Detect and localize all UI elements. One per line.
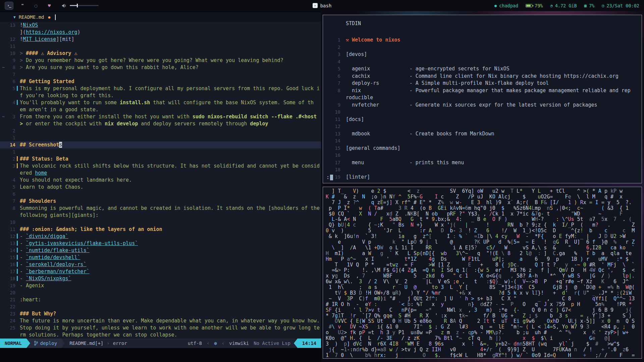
cpu-icon: ▦: [584, 3, 587, 8]
text-segment: [general commands]: [346, 145, 400, 151]
tab-filename[interactable]: README.md: [19, 14, 44, 20]
text-segment: f you're looking to graft this.: [20, 93, 114, 99]
memory-icon: ◔: [550, 3, 552, 8]
editor-line[interactable]: 4You'll probably want to run some instal…: [0, 99, 321, 106]
editor-line-text: ## Getting Started: [20, 78, 74, 84]
text-segment: `NixOS/nixpkgs`: [26, 276, 71, 282]
editor-line[interactable]: 5This is my personal deployment hub. I c…: [0, 85, 321, 92]
text-segment: #### ⚠ Advisory ⚠: [26, 50, 77, 56]
editor-line[interactable]: 11### :onion: &mdash; like the layers of…: [0, 226, 321, 233]
noise-row: 0 v ) 5 'Jr L :r A D b- 3 ! Z 6 !/ W 1_)…: [326, 228, 639, 234]
noise-row: 1 h\ ; a s r U @ to 3 L Y [ 8S *]3<4]K C…: [326, 285, 639, 290]
text-segment: ][mit]: [56, 36, 74, 42]
pager-content: 1⚒ Welcome to nixos23[devos]45 agenix - …: [326, 37, 640, 181]
git-branch-name: deploy: [40, 341, 57, 346]
editor-line[interactable]: 6## Getting Started: [0, 78, 321, 85]
noise-row: x yg Ds , 7 WBF 5 _zkd 6 " c 1 X o<G{q ,…: [326, 273, 639, 279]
editor-line[interactable]: 13!NixOS: [0, 22, 321, 29]
editor-line[interactable]: 14- `numtide/flake-utils`: [0, 247, 321, 254]
editor-line[interactable]: rm solutions. Perhaps together we can st…: [0, 331, 321, 339]
text-segment: You should not expect landmarks here.: [20, 177, 132, 183]
editor-line[interactable]: ~3From there you can either install the …: [0, 113, 321, 120]
noise-row: \ ] /A \1 +DW o L 1i I RR i A E]5? c5/ W…: [326, 245, 639, 251]
chevron-left-icon: ‹: [222, 341, 224, 346]
noise-row: 6w x&_w\. 3 / 2 V\ V_ 2 |L V eS ;e , t :…: [326, 279, 639, 285]
editor-line[interactable]: 12- `divnix/digga`: [0, 233, 321, 240]
editor-lines[interactable]: 13!NixOS](https://nixos.org)12!MIT Licen…: [0, 22, 321, 339]
editor-line[interactable]: 6: [0, 191, 321, 198]
text-segment: ### But Why?: [20, 311, 56, 317]
speaker-icon: [62, 3, 67, 8]
workspace-heart[interactable]: ♥: [45, 2, 54, 10]
editor-line-text: > or enter the cockpit with nix develop …: [20, 121, 268, 127]
volume-control[interactable]: [62, 3, 99, 8]
text-segment: nvfetcher - Generate nix sources expr fo…: [346, 102, 597, 108]
editor-line-text: - `numtide/flake-utils`: [20, 247, 90, 253]
volume-slider[interactable]: [70, 5, 99, 6]
editor-line[interactable]: 3The volcanic rock still shifts below th…: [0, 163, 321, 170]
text-segment: -: [20, 276, 26, 282]
workspace-circle[interactable]: ◯: [32, 2, 40, 10]
volume-handle[interactable]: [77, 4, 78, 7]
editor-line[interactable]: > or enter the cockpit with nix develop …: [0, 120, 321, 127]
pager-line: 11[docs]: [326, 116, 640, 123]
editor-line[interactable]: 4You should not expect landmarks here.: [0, 177, 321, 184]
editor-line[interactable]: 2### Status: Beta: [0, 156, 321, 163]
editor-line[interactable]: ~8> Are you sure you want to go down thi…: [0, 64, 321, 71]
editor-line[interactable]: 1: [0, 148, 321, 156]
editor-line-text: From there you can either install the ho…: [20, 114, 317, 120]
editor-line[interactable]: ered home: [0, 170, 321, 177]
workspace-chat[interactable]: ❝: [18, 2, 27, 10]
editor-line[interactable]: 5Learn to adopt Chaos.: [0, 184, 321, 191]
statusline-right: utf-8 ‹ ❆ ‹ vimwiki No Active Lsp: [188, 341, 294, 346]
editor-line[interactable]: 14## Screenshots: [0, 141, 321, 148]
pager-line: 2: [326, 44, 640, 51]
text-segment: NixOS: [23, 22, 38, 28]
text-segment: [linter]: [346, 174, 370, 180]
editor-line[interactable]: 12!MIT License][mit]: [0, 36, 321, 43]
volume-fill: [70, 5, 77, 6]
editor-line[interactable]: 9> Do you remember how you got here? Whe…: [0, 57, 321, 64]
editor-line-text: :heart:: [20, 297, 41, 303]
editor-line[interactable]: em aren't in a good state.: [0, 106, 321, 113]
text-segment: https://nixos.org: [26, 29, 77, 35]
editor-line[interactable]: 15- `numtide/devshell`: [0, 254, 321, 261]
editor-line[interactable]: 18- `NixOS/nixpkgs`: [0, 275, 321, 282]
editor-line[interactable]: 24The future is more uncertain than ever…: [0, 317, 321, 324]
editor-line[interactable]: 23### But Why?: [0, 310, 321, 317]
editor-line-text: Summoning is powerful magic, and cannot …: [20, 205, 320, 211]
editor-line-text: ered home: [20, 170, 47, 176]
editor-line[interactable]: 20: [0, 289, 321, 296]
editor-line-text: ## Shoulders: [20, 198, 56, 204]
editor-line[interactable]: 7## Shoulders: [0, 198, 321, 205]
editor-line-text: > Do you remember how you got here? Wher…: [20, 57, 283, 63]
editor-line[interactable]: 7: [0, 71, 321, 78]
editor-line[interactable]: 16- `serokell/deploy-rs`: [0, 261, 321, 268]
editor-line[interactable]: 19- Agenix: [0, 282, 321, 289]
workspace-list: ›_ ❝ ◯ ♥: [5, 2, 99, 10]
pager-prompt[interactable]: :: [326, 174, 333, 180]
editor-line[interactable]: 1: [0, 134, 321, 141]
pager-line: 3[devos]: [326, 51, 640, 58]
editor-line[interactable]: 10> #### ⚠ Advisory ⚠: [0, 50, 321, 57]
text-segment: ): [77, 29, 80, 35]
editor-line[interactable]: 22: [0, 303, 321, 310]
editor-line[interactable]: 8Summoning is powerful magic, and cannot…: [0, 205, 321, 212]
text-segment: and deploy servers remotely through: [138, 121, 250, 127]
editor-line[interactable]: following giants][giants]:: [0, 212, 321, 219]
editor-line[interactable]: 13- `gytis-ivaskevicius/flake-utils-plus…: [0, 240, 321, 247]
editor-line-text: Learn to adopt Chaos.: [20, 184, 84, 190]
editor-line[interactable]: 25Stop doing it by yourself, unless we l…: [0, 324, 321, 331]
workspace-terminal[interactable]: ›_: [5, 2, 13, 10]
editor-window: ▼ README.md ● 13!NixOS](https://nixos.or…: [0, 11, 321, 362]
editor-line[interactable]: 2: [0, 127, 321, 134]
editor-line[interactable]: 17- `berberman/nvfetcher`: [0, 268, 321, 275]
editor-line[interactable]: 11: [0, 43, 321, 50]
editor-line[interactable]: ](https://nixos.org): [0, 29, 321, 36]
lsp-status-label: No Active Lsp: [254, 341, 290, 346]
editor-line[interactable]: 10: [0, 219, 321, 226]
noise-row: K # & z N ;o }n NY ^ 5F%~G I c Z /P uJ K…: [326, 194, 639, 200]
noise-row: $0 CQ ` X N / xd Z .NKB[ N ob pRF ?" Y$3…: [326, 211, 639, 217]
editor-line[interactable]: 21:heart:: [0, 296, 321, 303]
editor-line[interactable]: f you're looking to graft this.: [0, 92, 321, 99]
